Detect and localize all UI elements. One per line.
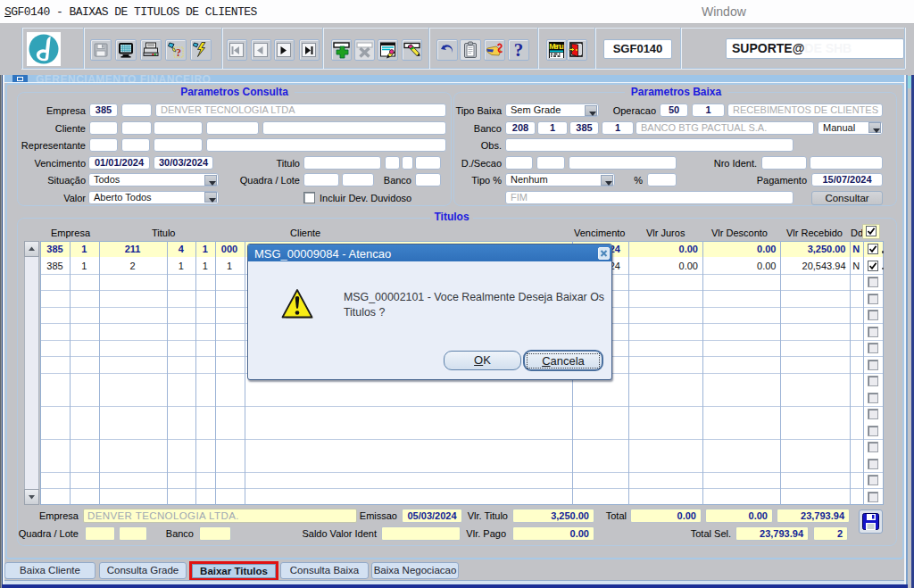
svg-text:?: ? [176,46,181,59]
svg-text:Menu: Menu [549,42,564,51]
